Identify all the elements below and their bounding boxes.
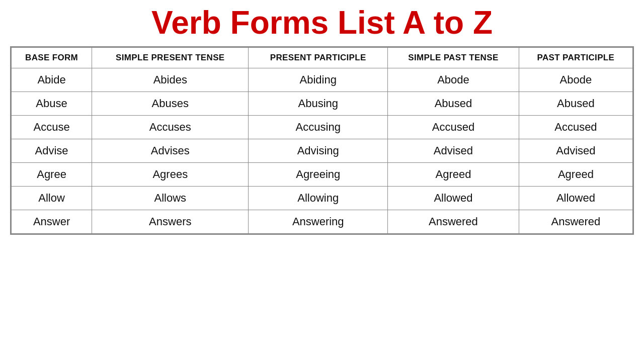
table-cell-r2-c1: Accuses xyxy=(92,116,249,139)
table-row: AccuseAccusesAccusingAccusedAccused xyxy=(12,116,633,139)
table-cell-r1-c4: Abused xyxy=(519,92,632,116)
table-cell-r0-c0: Abide xyxy=(12,68,92,92)
table-row: AgreeAgreesAgreeingAgreedAgreed xyxy=(12,163,633,187)
table-cell-r4-c2: Agreeing xyxy=(249,163,388,187)
table-cell-r0-c2: Abiding xyxy=(249,68,388,92)
table-cell-r0-c1: Abides xyxy=(92,68,249,92)
table-cell-r1-c2: Abusing xyxy=(249,92,388,116)
table-row: AbuseAbusesAbusingAbusedAbused xyxy=(12,92,633,116)
table-cell-r2-c0: Accuse xyxy=(12,116,92,139)
table-cell-r3-c4: Advised xyxy=(519,139,632,163)
table-header: BASE FORMSIMPLE PRESENT TENSEPRESENT PAR… xyxy=(12,48,633,68)
table-cell-r2-c3: Accused xyxy=(388,116,519,139)
table-cell-r3-c0: Advise xyxy=(12,139,92,163)
page-title: Verb Forms List A to Z xyxy=(151,5,493,40)
table-row: AbideAbidesAbidingAbodeAbode xyxy=(12,68,633,92)
table-cell-r3-c2: Advising xyxy=(249,139,388,163)
table-cell-r4-c3: Agreed xyxy=(388,163,519,187)
header-cell-3: SIMPLE PAST TENSE xyxy=(388,48,519,68)
table-cell-r5-c1: Allows xyxy=(92,187,249,210)
table-cell-r4-c1: Agrees xyxy=(92,163,249,187)
table-cell-r6-c4: Answered xyxy=(519,210,632,234)
table-row: AllowAllowsAllowingAllowedAllowed xyxy=(12,187,633,210)
table-cell-r5-c4: Allowed xyxy=(519,187,632,210)
verb-table-wrapper: BASE FORMSIMPLE PRESENT TENSEPRESENT PAR… xyxy=(10,46,634,235)
table-body: AbideAbidesAbidingAbodeAbodeAbuseAbusesA… xyxy=(12,68,633,234)
header-cell-1: SIMPLE PRESENT TENSE xyxy=(92,48,249,68)
table-cell-r0-c3: Abode xyxy=(388,68,519,92)
table-cell-r1-c1: Abuses xyxy=(92,92,249,116)
verb-table: BASE FORMSIMPLE PRESENT TENSEPRESENT PAR… xyxy=(11,47,633,234)
table-cell-r3-c1: Advises xyxy=(92,139,249,163)
table-cell-r6-c3: Answered xyxy=(388,210,519,234)
header-row: BASE FORMSIMPLE PRESENT TENSEPRESENT PAR… xyxy=(12,48,633,68)
table-cell-r1-c3: Abused xyxy=(388,92,519,116)
table-cell-r3-c3: Advised xyxy=(388,139,519,163)
header-cell-0: BASE FORM xyxy=(12,48,92,68)
table-row: AdviseAdvisesAdvisingAdvisedAdvised xyxy=(12,139,633,163)
table-cell-r5-c3: Allowed xyxy=(388,187,519,210)
table-cell-r0-c4: Abode xyxy=(519,68,632,92)
table-cell-r5-c0: Allow xyxy=(12,187,92,210)
table-cell-r6-c2: Answering xyxy=(249,210,388,234)
table-cell-r4-c0: Agree xyxy=(12,163,92,187)
table-cell-r6-c0: Answer xyxy=(12,210,92,234)
header-cell-4: PAST PARTICIPLE xyxy=(519,48,632,68)
table-cell-r1-c0: Abuse xyxy=(12,92,92,116)
table-cell-r5-c2: Allowing xyxy=(249,187,388,210)
header-cell-2: PRESENT PARTICIPLE xyxy=(249,48,388,68)
table-cell-r6-c1: Answers xyxy=(92,210,249,234)
table-row: AnswerAnswersAnsweringAnsweredAnswered xyxy=(12,210,633,234)
table-cell-r2-c2: Accusing xyxy=(249,116,388,139)
table-cell-r4-c4: Agreed xyxy=(519,163,632,187)
table-cell-r2-c4: Accused xyxy=(519,116,632,139)
